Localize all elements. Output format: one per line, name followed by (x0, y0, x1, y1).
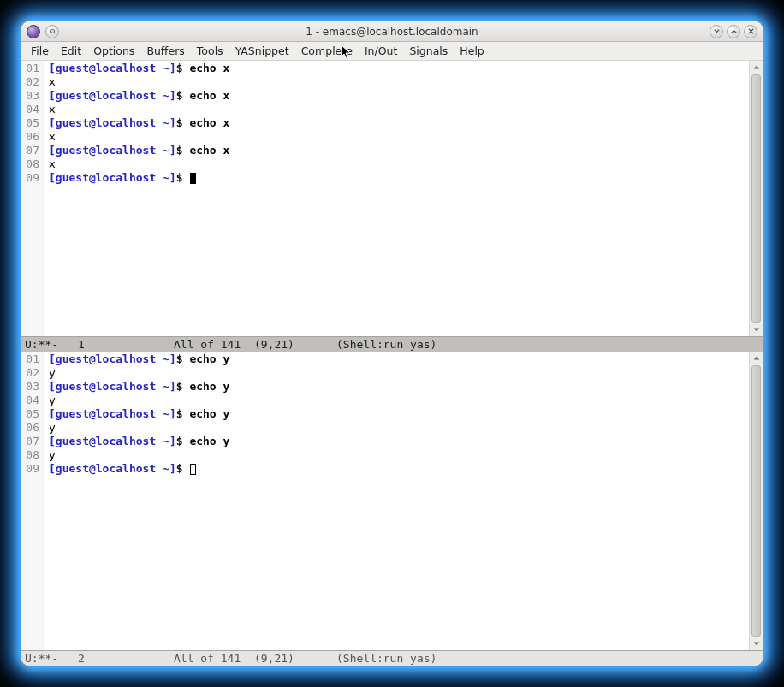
shell-prompt: [guest@localhost ~] (49, 89, 176, 102)
prompt-dollar: $ (176, 352, 190, 365)
shell-prompt-line: [guest@localhost ~]$ echo y (49, 407, 749, 421)
menu-file[interactable]: File (25, 43, 55, 59)
modeline-position: All of 141 (9,21) (174, 337, 336, 352)
shell-output-line: y (49, 394, 749, 407)
prompt-dollar: $ (176, 407, 190, 420)
editor-area: 010203040506070809 [guest@localhost ~]$ … (21, 61, 763, 666)
prompt-dollar: $ (176, 144, 190, 157)
modeline-buffer: 2 (78, 651, 174, 666)
sticky-button[interactable] (45, 25, 59, 38)
shell-output: x (49, 103, 56, 115)
shell-prompt: [guest@localhost ~] (49, 407, 176, 420)
shell-buffer-bottom[interactable]: [guest@localhost ~]$ echo yy[guest@local… (44, 352, 749, 650)
shell-prompt-line: [guest@localhost ~]$ echo x (49, 116, 749, 130)
line-number-gutter: 010203040506070809 (21, 61, 44, 336)
shell-output: y (49, 448, 56, 461)
text-cursor-inactive (190, 464, 196, 475)
modeline-top[interactable]: U:**- 1 All of 141 (9,21) (Shell:run yas… (21, 336, 763, 352)
line-number: 08 (21, 157, 39, 171)
shell-prompt: [guest@localhost ~] (49, 144, 176, 157)
shell-prompt: [guest@localhost ~] (49, 352, 176, 365)
shell-prompt-line: [guest@localhost ~]$ echo x (49, 89, 749, 103)
pane-bottom: 010203040506070809 [guest@localhost ~]$ … (21, 352, 763, 650)
menu-help[interactable]: Help (454, 43, 490, 59)
shell-output: x (49, 75, 56, 88)
shell-prompt-line: [guest@localhost ~]$ (49, 462, 749, 476)
scrollbar-thumb[interactable] (751, 74, 761, 323)
titlebar: 1 - emacs@localhost.localdomain (21, 21, 763, 42)
line-number: 07 (21, 144, 39, 157)
prompt-dollar: $ (176, 171, 190, 184)
menu-signals[interactable]: Signals (403, 43, 454, 59)
shell-command: echo x (189, 62, 229, 74)
modeline-mode: (Shell:run yas) (336, 337, 437, 352)
line-number: 04 (21, 103, 39, 116)
shell-prompt-line: [guest@localhost ~]$ echo y (49, 380, 749, 394)
line-number: 07 (21, 435, 39, 448)
prompt-dollar: $ (176, 380, 190, 393)
shell-output-line: y (49, 421, 749, 435)
shell-prompt: [guest@localhost ~] (49, 380, 176, 393)
line-number: 06 (21, 130, 39, 144)
shell-prompt: [guest@localhost ~] (49, 462, 176, 475)
shell-command: echo y (189, 435, 229, 447)
prompt-dollar: $ (176, 435, 190, 447)
shell-command: echo y (189, 407, 229, 420)
line-number: 04 (21, 394, 39, 407)
menu-complete[interactable]: Complete (295, 43, 359, 59)
menu-buffers[interactable]: Buffers (140, 43, 190, 59)
scrollbar-thumb[interactable] (751, 365, 761, 637)
line-number: 05 (21, 407, 39, 421)
modeline-position: All of 141 (9,21) (174, 651, 336, 666)
line-number: 09 (21, 462, 39, 476)
shell-output: y (49, 421, 56, 434)
shell-output: x (49, 130, 56, 143)
line-number-gutter: 010203040506070809 (21, 352, 44, 650)
scroll-down-icon[interactable] (750, 323, 763, 336)
prompt-dollar: $ (176, 462, 190, 475)
shell-command: echo x (189, 144, 229, 157)
shell-output-line: x (49, 157, 749, 171)
line-number: 06 (21, 421, 39, 435)
menu-yasnippet[interactable]: YASnippet (229, 43, 295, 59)
menubar: FileEditOptionsBuffersToolsYASnippetComp… (21, 42, 763, 61)
shell-command: echo y (189, 352, 229, 365)
prompt-dollar: $ (176, 89, 190, 102)
shell-output-line: y (49, 448, 749, 462)
shell-command: echo y (189, 380, 229, 393)
shell-command: echo x (189, 116, 229, 129)
window-title: 1 - emacs@localhost.localdomain (21, 26, 763, 38)
maximize-button[interactable] (727, 25, 740, 38)
close-button[interactable] (744, 25, 757, 38)
shell-prompt: [guest@localhost ~] (49, 62, 176, 74)
line-number: 01 (21, 352, 39, 366)
emacs-window: 1 - emacs@localhost.localdomain FileEdit… (21, 21, 763, 666)
scrollbar[interactable] (749, 352, 763, 650)
shell-output-line: y (49, 366, 749, 380)
scrollbar[interactable] (749, 61, 763, 336)
scroll-up-icon[interactable] (750, 352, 763, 365)
menu-options[interactable]: Options (87, 43, 140, 59)
menu-edit[interactable]: Edit (55, 43, 87, 59)
shell-output-line: x (49, 75, 749, 89)
line-number: 02 (21, 75, 39, 89)
shell-prompt-line: [guest@localhost ~]$ echo x (49, 144, 749, 157)
modeline-buffer: 1 (78, 337, 174, 352)
scroll-up-icon[interactable] (750, 61, 763, 74)
line-number: 01 (21, 62, 39, 75)
shell-command: echo x (189, 89, 229, 102)
modeline-bottom[interactable]: U:**- 2 All of 141 (9,21) (Shell:run yas… (21, 650, 763, 666)
shell-buffer-top[interactable]: [guest@localhost ~]$ echo xx[guest@local… (44, 61, 749, 336)
line-number: 09 (21, 171, 39, 185)
shell-output: y (49, 394, 56, 406)
line-number: 03 (21, 89, 39, 103)
shell-output-line: x (49, 130, 749, 144)
menu-inout[interactable]: In/Out (359, 43, 403, 59)
app-menu-icon[interactable] (27, 25, 40, 38)
scroll-down-icon[interactable] (750, 637, 763, 650)
menu-tools[interactable]: Tools (191, 43, 229, 59)
line-number: 02 (21, 366, 39, 380)
minimize-button[interactable] (710, 25, 723, 38)
line-number: 05 (21, 116, 39, 130)
shell-prompt-line: [guest@localhost ~]$ (49, 171, 749, 185)
